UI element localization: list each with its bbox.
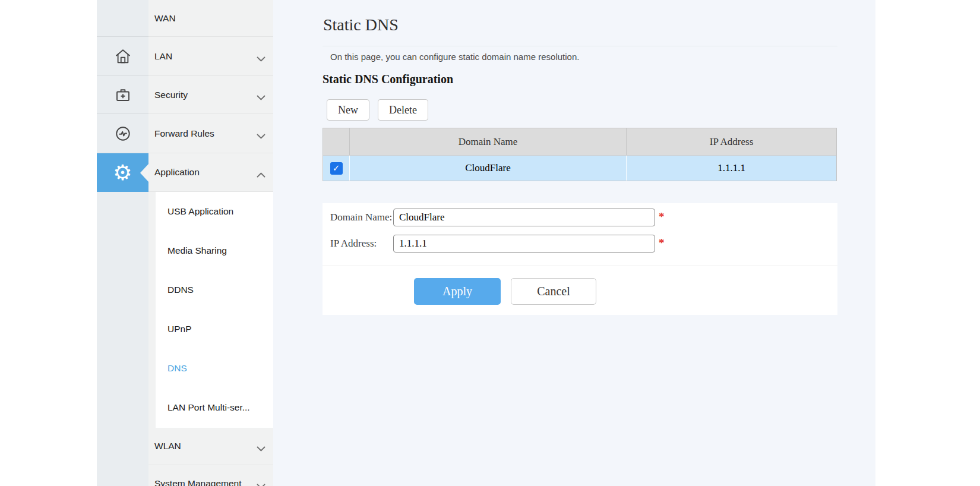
menu-item-label: Forward Rules: [154, 128, 214, 139]
required-marker: *: [659, 210, 665, 223]
submenu-item-dns-active[interactable]: DNS: [156, 349, 273, 388]
menu-item-wan[interactable]: WAN: [148, 0, 273, 37]
menu-item-wlan[interactable]: WLAN: [148, 428, 273, 465]
section-title: Static DNS Configuration: [323, 72, 453, 86]
submenu-item-lan-port-multi-service[interactable]: LAN Port Multi-ser...: [156, 388, 273, 427]
ip-address-label: IP Address:: [330, 235, 377, 253]
menu-item-forward-rules[interactable]: Forward Rules: [148, 114, 273, 153]
menu-item-label: Application: [154, 167, 200, 178]
table-header-domain-name: Domain Name: [349, 128, 626, 155]
submenu-item-label: UPnP: [167, 324, 192, 334]
table-row[interactable]: CloudFlare 1.1.1.1: [323, 156, 836, 181]
menu-item-application[interactable]: Application: [148, 153, 273, 192]
submenu-item-label: DNS: [167, 363, 187, 374]
chevron-down-icon: [257, 53, 265, 64]
rail-item-update[interactable]: [97, 76, 148, 114]
edit-form-panel: Domain Name: * IP Address: * Apply Cance…: [323, 203, 837, 315]
menu-item-label: WLAN: [154, 441, 181, 452]
menu-item-label: WAN: [154, 13, 176, 24]
table-cell-domain-name: CloudFlare: [349, 156, 626, 181]
rail-item-home[interactable]: [97, 37, 148, 76]
active-item-notch: [140, 164, 148, 182]
submenu-item-label: USB Application: [167, 206, 233, 217]
submenu-item-usb-application[interactable]: USB Application: [156, 192, 273, 231]
submenu-item-label: LAN Port Multi-ser...: [167, 402, 250, 413]
delete-button[interactable]: Delete: [378, 99, 428, 121]
chevron-down-icon: [257, 481, 265, 486]
submenu-item-upnp[interactable]: UPnP: [156, 310, 273, 349]
table-header-row: Domain Name IP Address: [323, 128, 836, 156]
submenu-item-label: DDNS: [167, 285, 194, 295]
menu-item-lan[interactable]: LAN: [148, 37, 273, 76]
submenu-application: USB Application Media Sharing DDNS UPnP …: [156, 192, 273, 428]
home-icon: [114, 48, 132, 65]
chevron-down-icon: [257, 443, 265, 454]
title-divider: [323, 46, 837, 46]
menu-item-security[interactable]: Security: [148, 76, 273, 114]
page-description: On this page, you can configure static d…: [330, 52, 579, 62]
apply-button[interactable]: Apply: [414, 278, 501, 305]
rail-item-diagnose[interactable]: [97, 114, 148, 153]
domain-name-label: Domain Name:: [330, 209, 392, 226]
diagnose-icon: [114, 125, 132, 143]
ip-address-input[interactable]: [393, 235, 655, 253]
form-divider: [323, 266, 837, 266]
page-title: Static DNS: [323, 15, 399, 34]
chevron-down-icon: [257, 131, 265, 141]
menu-item-label: Security: [154, 90, 188, 100]
static-dns-table: Domain Name IP Address CloudFlare 1.1.1.…: [323, 128, 837, 181]
first-aid-kit-icon: [114, 86, 132, 104]
table-header-checkbox-cell: [323, 128, 349, 155]
submenu-item-label: Media Sharing: [167, 245, 227, 256]
required-marker: *: [659, 236, 665, 250]
nav-menu: WAN LAN Security Forward Rules Applicati…: [148, 0, 273, 486]
rail-item-settings-active[interactable]: ⚙: [97, 153, 148, 192]
table-cell-checkbox: [323, 156, 349, 181]
menu-item-label: LAN: [154, 51, 172, 62]
icon-sidebar: ⚙: [97, 0, 148, 486]
menu-item-system-management[interactable]: System Management: [148, 465, 273, 486]
submenu-item-ddns[interactable]: DDNS: [156, 270, 273, 310]
menu-item-label: System Management: [154, 478, 241, 486]
table-cell-ip-address: 1.1.1.1: [626, 156, 836, 181]
rail-spacer-row: [97, 0, 148, 37]
gear-icon: ⚙: [113, 162, 132, 184]
submenu-item-media-sharing[interactable]: Media Sharing: [156, 231, 273, 270]
cancel-button[interactable]: Cancel: [511, 278, 596, 305]
row-checkbox-checked[interactable]: [330, 162, 343, 175]
table-header-ip-address: IP Address: [626, 128, 836, 155]
new-button[interactable]: New: [327, 99, 369, 121]
chevron-down-icon: [257, 92, 265, 103]
chevron-up-icon: [257, 169, 265, 180]
domain-name-input[interactable]: [393, 209, 655, 226]
